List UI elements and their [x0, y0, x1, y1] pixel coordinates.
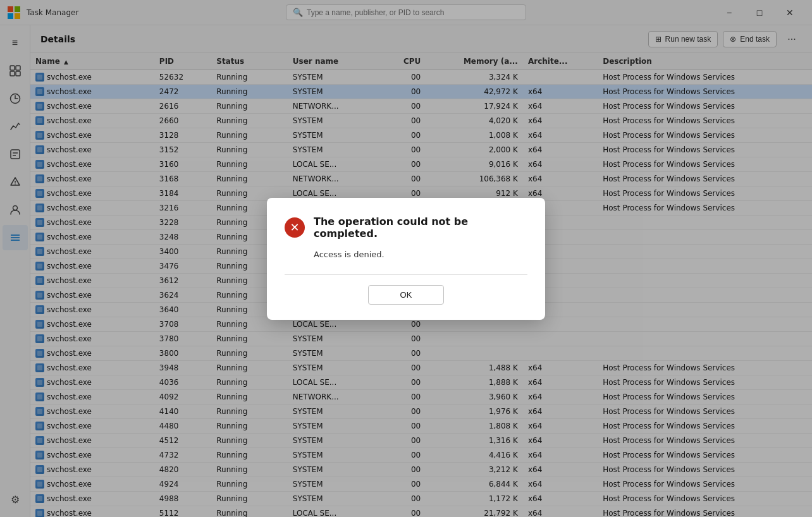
- modal-title: The operation could not be completed.: [314, 216, 527, 240]
- modal-header: ✕ The operation could not be completed.: [285, 216, 527, 240]
- error-dialog: ✕ The operation could not be completed. …: [267, 198, 545, 320]
- modal-overlay: ✕ The operation could not be completed. …: [0, 0, 812, 517]
- error-icon: ✕: [285, 217, 305, 238]
- modal-footer: OK: [285, 274, 527, 305]
- modal-ok-button[interactable]: OK: [368, 285, 444, 305]
- modal-body: Access is denied.: [314, 250, 527, 259]
